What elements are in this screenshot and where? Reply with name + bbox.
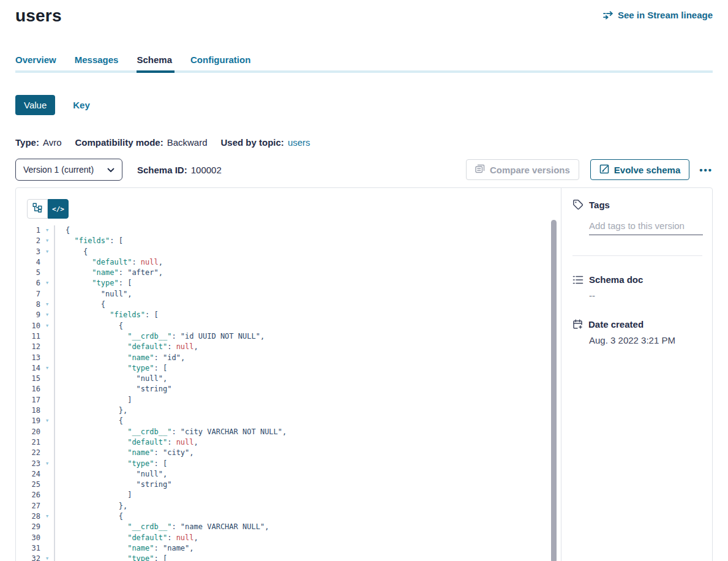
evolve-schema-button[interactable]: Evolve schema	[590, 159, 689, 180]
collapse-arrow-icon[interactable]: ▼	[40, 247, 54, 257]
code-text: {	[54, 225, 561, 236]
code-line: 3▼ {	[16, 247, 561, 257]
compare-versions-label: Compare versions	[490, 165, 570, 175]
compare-versions-button[interactable]: Compare versions	[466, 159, 579, 180]
code-text: "__crdb__": "city VARCHAR NOT NULL",	[54, 427, 561, 437]
compatibility-mode-value: Backward	[167, 137, 208, 148]
tab-configuration[interactable]: Configuration	[190, 55, 250, 70]
code-line: 26 ]	[16, 490, 561, 500]
line-number: 13	[16, 353, 40, 363]
value-toggle-button[interactable]: Value	[15, 95, 55, 115]
schema-card: </> 1▼{2▼ "fields": [3▼ {4 "default": nu…	[15, 187, 713, 561]
code-text: {	[54, 511, 561, 522]
code-text: },	[54, 405, 561, 416]
code-text: ]	[54, 490, 561, 500]
code-text: ]	[54, 395, 561, 405]
line-number: 2	[16, 236, 40, 246]
code-line: 13 "name": "id",	[16, 353, 561, 363]
page-header: users See in Stream lineage	[15, 0, 713, 26]
collapse-arrow-placeholder	[40, 374, 54, 384]
collapse-arrow-icon[interactable]: ▼	[40, 278, 54, 288]
collapse-arrow-placeholder	[40, 395, 54, 405]
tab-schema[interactable]: Schema	[137, 55, 172, 70]
line-number: 28	[16, 511, 40, 522]
line-number: 15	[16, 374, 40, 384]
code-view-button[interactable]: </>	[48, 199, 69, 219]
edit-icon	[599, 164, 609, 176]
collapse-arrow-icon[interactable]: ▼	[40, 225, 54, 236]
code-line: 31 "name": "name",	[16, 543, 561, 554]
collapse-arrow-icon[interactable]: ▼	[40, 310, 54, 320]
line-number: 3	[16, 247, 40, 257]
code-line: 11 "__crdb__": "id UUID NOT NULL",	[16, 331, 561, 342]
stream-lineage-label: See in Stream lineage	[618, 10, 713, 20]
code-line: 23▼ "type": [	[16, 459, 561, 469]
code-text: "fields": [	[54, 236, 561, 246]
tab-messages[interactable]: Messages	[75, 55, 119, 70]
line-number: 23	[16, 459, 40, 469]
code-line: 14▼ "type": [	[16, 363, 561, 374]
code-line: 24 "null",	[16, 469, 561, 480]
tab-overview[interactable]: Overview	[15, 55, 56, 70]
tags-title: Tags	[589, 200, 610, 210]
date-created-section: Date created Aug. 3 2022 3:21 PM	[572, 319, 702, 345]
sidebar-divider	[572, 255, 702, 256]
compatibility-mode-label: Compatibility mode:	[75, 137, 163, 148]
code-text: "type": [	[54, 459, 561, 469]
code-text: "default": null,	[54, 342, 561, 352]
code-line: 17 ]	[16, 395, 561, 405]
code-line: 25 "string"	[16, 480, 561, 490]
schema-type-label: Type:	[15, 137, 39, 148]
calendar-plus-icon	[572, 319, 583, 329]
code-text: {	[54, 321, 561, 331]
chevron-down-icon	[107, 165, 114, 175]
collapse-arrow-icon[interactable]: ▼	[40, 321, 54, 331]
tree-view-button[interactable]	[27, 199, 48, 219]
line-number: 7	[16, 289, 40, 299]
version-select[interactable]: Version 1 (current)	[15, 159, 122, 181]
collapse-arrow-placeholder	[40, 448, 54, 458]
line-number: 10	[16, 321, 40, 331]
collapse-arrow-placeholder	[40, 353, 54, 363]
code-line: 20 "__crdb__": "city VARCHAR NOT NULL",	[16, 427, 561, 437]
collapse-arrow-placeholder	[40, 331, 54, 342]
line-number: 26	[16, 490, 40, 500]
collapse-arrow-icon[interactable]: ▼	[40, 236, 54, 246]
code-scrollbar[interactable]	[551, 220, 557, 561]
collapse-arrow-icon[interactable]: ▼	[40, 299, 54, 310]
stream-lineage-link[interactable]: See in Stream lineage	[603, 10, 713, 20]
key-toggle-link[interactable]: Key	[73, 100, 90, 110]
code-line: 6▼ "type": [	[16, 278, 561, 288]
code-view-icon: </>	[52, 205, 64, 213]
more-actions-button[interactable]: •••	[699, 165, 713, 175]
line-number: 30	[16, 533, 40, 543]
line-number: 6	[16, 278, 40, 288]
code-line: 4 "default": null,	[16, 257, 561, 268]
code-text: "string"	[54, 480, 561, 490]
line-number: 18	[16, 405, 40, 416]
collapse-arrow-icon[interactable]: ▼	[40, 363, 54, 374]
code-text: {	[54, 299, 561, 310]
collapse-arrow-icon[interactable]: ▼	[40, 554, 54, 561]
add-tags-input[interactable]	[589, 219, 703, 235]
code-text: "type": [	[54, 278, 561, 288]
line-number: 17	[16, 395, 40, 405]
line-number: 22	[16, 448, 40, 458]
code-text: "type": [	[54, 554, 561, 561]
collapse-arrow-placeholder	[40, 480, 54, 490]
code-text: "type": [	[54, 363, 561, 374]
topic-link[interactable]: users	[288, 137, 310, 148]
tab-underline-track	[15, 70, 713, 73]
code-line: 21 "default": null,	[16, 437, 561, 448]
line-number: 32	[16, 554, 40, 561]
code-text: "name": "after",	[54, 268, 561, 278]
collapse-arrow-icon[interactable]: ▼	[40, 459, 54, 469]
code-line: 30 "default": null,	[16, 533, 561, 543]
code-line: 12 "default": null,	[16, 342, 561, 352]
collapse-arrow-icon[interactable]: ▼	[40, 511, 54, 522]
line-number: 24	[16, 469, 40, 480]
code-line: 32▼ "type": [	[16, 554, 561, 561]
code-text: "null",	[54, 374, 561, 384]
collapse-arrow-icon[interactable]: ▼	[40, 416, 54, 426]
collapse-arrow-placeholder	[40, 384, 54, 394]
